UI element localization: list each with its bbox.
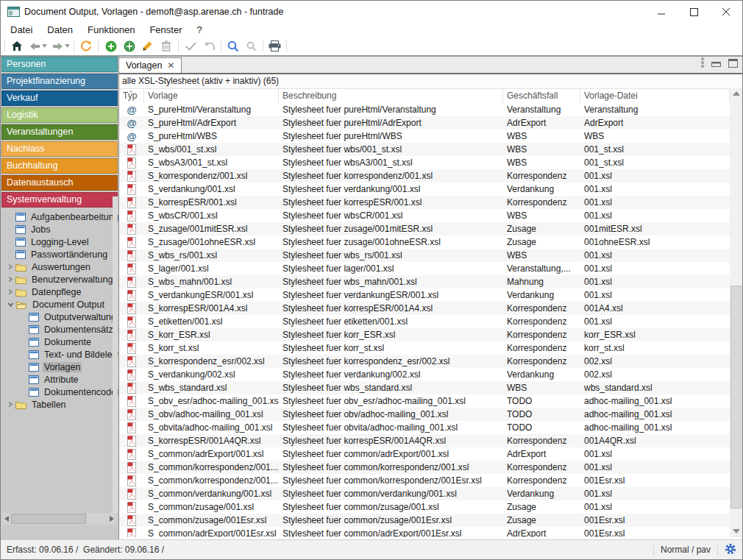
table-row[interactable]: S_verdankung/002.xsl Stylesheet fuer ver… (119, 368, 730, 381)
chevron-down-icon[interactable] (7, 302, 14, 308)
table-vertical-scrollbar[interactable] (730, 88, 742, 537)
tree-item[interactable]: Benutzerverwaltung (1, 273, 118, 286)
menu-item-3[interactable]: Fenster (142, 23, 189, 37)
tree-item[interactable]: Datenpflege (1, 286, 118, 298)
tree-item[interactable]: Attribute (1, 373, 118, 386)
table-row[interactable]: S_korr_ESR.xsl Stylesheet fuer korr_ESR.… (119, 328, 730, 341)
table-row[interactable]: S_common/korrespondenz/001.... Styleshee… (119, 461, 730, 474)
chevron-right-icon[interactable] (7, 263, 13, 270)
tree-item[interactable]: Vorlagen (1, 361, 118, 373)
tab-close-icon[interactable]: ✕ (167, 61, 174, 70)
table-row[interactable]: S_common/korrespondenz/001... Stylesheet… (119, 474, 730, 487)
column-header-vorlage-datei[interactable]: Vorlage-Datei (580, 89, 730, 103)
sidebar-category[interactable]: Verkauf (1, 91, 118, 106)
tree-item[interactable]: Aufgabenbearbeitung (1, 210, 118, 223)
scroll-down-icon[interactable] (730, 525, 742, 537)
home-button[interactable] (7, 38, 26, 54)
table-row[interactable]: S_verdankungESR/001.xsl Stylesheet fuer … (119, 288, 730, 302)
table-row[interactable]: S_zusage/001mitESR.xsl Stylesheet fuer z… (119, 222, 730, 235)
sidebar-category[interactable]: Personen (1, 57, 118, 72)
tree-item[interactable]: Dokumente (1, 336, 118, 348)
settings-gear-icon[interactable] (725, 543, 736, 557)
menu-item-2[interactable]: Funktionen (80, 23, 142, 37)
undo-button[interactable] (200, 38, 218, 54)
tree-horizontal-scrollbar[interactable] (1, 513, 117, 525)
table-row[interactable]: S_lager/001.xsl Stylesheet fuer lager/00… (119, 262, 730, 275)
sidebar-category[interactable]: Systemverwaltung (1, 192, 118, 208)
tree-item[interactable]: Tabellen (1, 398, 118, 411)
tree-item[interactable]: Passwortänderung (1, 248, 118, 260)
tree-item[interactable]: Text- und Bildelemente (1, 348, 118, 361)
column-header-typ[interactable]: ⌃Typ (119, 89, 144, 103)
sidebar-category[interactable]: Datenaustausch (1, 175, 118, 191)
table-row[interactable]: S_obvita/adhoc-mailing_001.xsl Styleshee… (119, 421, 730, 434)
table-row[interactable]: S_verdankung/001.xsl Stylesheet fuer ver… (119, 182, 730, 196)
table-row[interactable]: S_wbs_rs/001.xsl Stylesheet fuer wbs_rs/… (119, 249, 730, 262)
menu-item-0[interactable]: Datei (3, 23, 40, 37)
pane-menu-dots-icon[interactable] (701, 57, 704, 71)
minimize-button[interactable] (645, 1, 678, 23)
table-row[interactable]: S_wbs/001_st.xsl Stylesheet fuer wbs/001… (119, 143, 730, 156)
delete-trash-button[interactable] (157, 38, 175, 54)
chevron-right-icon[interactable] (7, 276, 13, 283)
scroll-left-icon[interactable] (1, 513, 12, 525)
table-row[interactable]: S_wbsCR/001.xsl Stylesheet fuer wbsCR/00… (119, 209, 730, 222)
filter-bar[interactable]: alle XSL-Stylesheet (aktiv + inaktiv) (6… (119, 74, 742, 89)
table-row[interactable]: S_common/adrExport/001.xsl Stylesheet fu… (119, 447, 730, 461)
sidebar-category[interactable]: Veranstaltungen (1, 124, 118, 140)
back-dropdown-icon[interactable] (42, 44, 47, 48)
table-row[interactable]: @ S_pureHtml/Veranstaltung Stylesheet fu… (119, 103, 730, 116)
column-header-geschaeftsfall[interactable]: Geschäftsfall (503, 89, 580, 103)
table-row[interactable]: S_korr_st.xsl Stylesheet fuer korr_st.xs… (119, 341, 730, 355)
tree-item[interactable]: Logging-Level (1, 235, 118, 248)
table-row[interactable]: S_zusage/001ohneESR.xsl Stylesheet fuer … (119, 235, 730, 249)
table-row[interactable]: S_korrespESR/001A4.xsl Stylesheet fuer k… (119, 302, 730, 315)
search-button[interactable] (224, 38, 242, 54)
add-alt-button[interactable] (120, 38, 138, 54)
table-row[interactable]: S_obv/adhoc-mailing_001.xsl Stylesheet f… (119, 408, 730, 421)
search-secondary-button[interactable] (242, 38, 260, 54)
tree-item[interactable]: Auswertungen (1, 260, 118, 273)
table-row[interactable]: S_wbs_standard.xsl Stylesheet fuer wbs_s… (119, 381, 730, 394)
table-row[interactable]: S_wbsA3/001_st.xsl Stylesheet fuer wbsA3… (119, 156, 730, 169)
tree-item[interactable]: Dokumentensätze (1, 323, 118, 336)
table-row[interactable]: @ S_pureHtml/AdrExport Stylesheet fuer p… (119, 116, 730, 130)
add-button[interactable] (102, 38, 120, 54)
table-row[interactable]: S_wbs_mahn/001.xsl Stylesheet fuer wbs_m… (119, 275, 730, 288)
scroll-right-icon[interactable] (107, 513, 117, 525)
edit-pencil-button[interactable] (138, 38, 157, 54)
table-row[interactable]: S_common/adrExport/001Esr.xsl Stylesheet… (119, 527, 730, 537)
maximize-button[interactable] (678, 1, 710, 23)
table-row[interactable]: @ S_pureHtml/WBS Stylesheet fuer pureHtm… (119, 130, 730, 143)
tree-vertical-scrollbar[interactable] (113, 196, 118, 513)
table-row[interactable]: S_korrespondenz/001.xsl Stylesheet fuer … (119, 169, 730, 182)
sidebar-category[interactable]: Logistik (1, 107, 118, 123)
confirm-check-button[interactable] (182, 38, 200, 54)
table-row[interactable]: S_etiketten/001.xsl Stylesheet fuer etik… (119, 315, 730, 328)
tree-hscroll-thumb[interactable] (11, 514, 86, 524)
print-button[interactable] (266, 38, 284, 54)
sidebar-category[interactable]: Buchhaltung (1, 158, 118, 174)
chevron-right-icon[interactable] (7, 401, 13, 408)
table-row[interactable]: S_common/zusage/001.xsl Stylesheet fuer … (119, 500, 730, 514)
forward-dropdown-icon[interactable] (65, 44, 70, 48)
column-header-vorlage[interactable]: Vorlage (144, 89, 279, 103)
tree-item[interactable]: Jobs (1, 223, 118, 235)
refresh-button[interactable] (77, 38, 95, 54)
table-row[interactable]: S_korrespESR/001A4QR.xsl Stylesheet fuer… (119, 434, 730, 447)
menu-item-1[interactable]: Daten (40, 23, 80, 37)
tree-item[interactable]: Document Output (1, 298, 118, 311)
tab-vorlagen[interactable]: Vorlagen ✕ (118, 57, 182, 73)
tree-item[interactable]: Dokumentencodes (1, 386, 118, 398)
menu-item-4[interactable]: ? (189, 23, 209, 37)
sidebar-category[interactable]: Nachlass (1, 141, 118, 157)
table-row[interactable]: S_korrespondenz_esr/002.xsl Stylesheet f… (119, 355, 730, 368)
sidebar-category[interactable]: Projektfinanzierung (1, 74, 118, 89)
close-button[interactable] (710, 1, 742, 23)
tree-item[interactable]: Outputverwaltung (1, 311, 118, 323)
table-scroll-thumb[interactable] (730, 286, 742, 508)
table-row[interactable]: S_common/zusage/001Esr.xsl Stylesheet fu… (119, 514, 730, 527)
table-row[interactable]: S_common/verdankung/001.xsl Stylesheet f… (119, 487, 730, 500)
pane-minimize-icon[interactable] (711, 57, 721, 71)
column-header-beschreibung[interactable]: Beschreibung (279, 89, 503, 103)
